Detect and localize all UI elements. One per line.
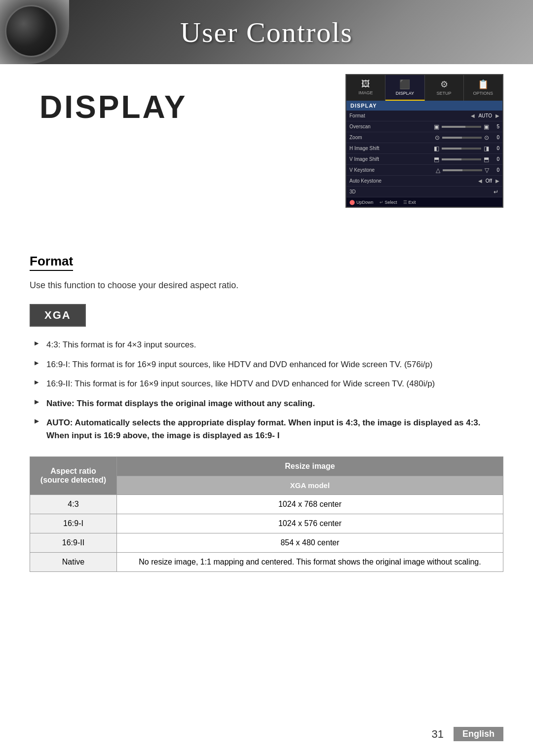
main-content: 🖼 IMAGE ⬛ DISPLAY ⚙ SETUP 📋 OPTIONS DISP…: [0, 64, 533, 587]
col2-header: Resize image: [116, 457, 503, 476]
bullet-item-169i: 16:9-I: This format is for 16×9 input so…: [35, 358, 503, 371]
resize-43: 1024 x 768 center: [116, 495, 503, 514]
arrow-right-icon: ▶: [495, 113, 499, 118]
vkeystone-icon-right: ▽: [485, 167, 489, 174]
resize-169i: 1024 x 576 center: [116, 514, 503, 533]
format-section: Format Use this function to choose your …: [30, 254, 503, 572]
zoom-value: 0: [492, 135, 499, 140]
format-description: Use this function to choose your desired…: [30, 279, 503, 292]
osd-control-vshift: ⬒ ⬒ 0: [399, 156, 499, 163]
zoom-icon-left: ⊙: [435, 134, 440, 141]
overscan-icon-left: ▣: [434, 123, 439, 130]
aspect-ratio-table: Aspect ratio(source detected) Resize ima…: [30, 456, 503, 572]
osd-row-3d: 3D ↵: [346, 187, 502, 197]
osd-row-vshift: V Image Shift ⬒ ⬒ 0: [346, 154, 502, 165]
vkeystone-icon-left: △: [436, 167, 440, 174]
osd-control-hshift: ◧ ◨ 0: [399, 145, 499, 152]
3d-enter-icon: ↵: [494, 189, 498, 195]
format-title: Format: [30, 254, 73, 271]
hshift-icon-right: ◨: [484, 145, 489, 152]
hshift-icon-left: ◧: [434, 145, 439, 152]
osd-row-hshift: H Image Shift ◧ ◨ 0: [346, 143, 502, 154]
osd-label-vkeystone: V Keystone: [349, 167, 399, 173]
vkeystone-slider: [443, 169, 482, 171]
page-title: User Controls: [180, 16, 353, 49]
osd-row-format: Format ◀ AUTO ▶: [346, 111, 502, 121]
osd-label-vshift: V Image Shift: [349, 156, 399, 162]
osd-control-vkeystone: △ ▽ 0: [399, 167, 499, 174]
osd-footer-updown-label: UpDown: [356, 200, 374, 205]
overscan-value: 5: [492, 124, 499, 129]
format-value: AUTO: [478, 113, 492, 118]
subheader-xga: XGA model: [116, 476, 503, 495]
osd-row-vkeystone: V Keystone △ ▽ 0: [346, 165, 502, 176]
osd-control-overscan: ▣ ▣ 5: [399, 123, 499, 130]
vshift-icon-right: ⬒: [484, 156, 489, 163]
col1-header: Aspect ratio(source detected): [30, 457, 117, 495]
table-row-native: Native No resize image, 1:1 mapping and …: [30, 553, 503, 572]
page-footer: 31 English: [432, 727, 504, 741]
osd-control-autokeystone: ◀ Off ▶: [399, 178, 499, 184]
hshift-slider: [442, 148, 481, 150]
autokeystone-arrow-right: ▶: [495, 178, 499, 184]
aspect-native: Native: [30, 553, 117, 572]
osd-label-hshift: H Image Shift: [349, 146, 399, 151]
language-badge: English: [454, 727, 503, 741]
vshift-slider: [442, 158, 481, 160]
lens-decoration: [0, 0, 69, 64]
options-tab-label: OPTIONS: [466, 91, 500, 96]
osd-label-3d: 3D: [349, 189, 399, 194]
osd-tab-setup[interactable]: ⚙ SETUP: [425, 75, 464, 101]
hshift-value: 0: [492, 146, 499, 151]
format-bullet-list: 4:3: This format is for 4×3 input source…: [30, 339, 503, 442]
osd-footer-select-label: Select: [385, 200, 397, 205]
display-tab-icon: ⬛: [387, 79, 422, 90]
updown-icon: ⬤: [349, 199, 355, 205]
osd-tab-image[interactable]: 🖼 IMAGE: [346, 75, 385, 101]
osd-tabs: 🖼 IMAGE ⬛ DISPLAY ⚙ SETUP 📋 OPTIONS: [346, 75, 502, 101]
osd-label-autokeystone: Auto Keystone: [349, 178, 399, 184]
overscan-icon-right: ▣: [484, 123, 489, 130]
image-tab-icon: 🖼: [348, 79, 383, 89]
vshift-value: 0: [492, 156, 499, 162]
osd-label-zoom: Zoom: [349, 135, 399, 140]
display-tab-label: DISPLAY: [387, 91, 422, 96]
select-icon: ↵: [380, 200, 383, 205]
overscan-slider: [442, 126, 481, 128]
page-header: User Controls: [0, 0, 533, 64]
autokeystone-value: Off: [486, 178, 492, 184]
setup-tab-icon: ⚙: [427, 79, 461, 90]
osd-row-zoom: Zoom ⊙ ⊙ 0: [346, 132, 502, 143]
options-tab-icon: 📋: [466, 79, 500, 90]
table-row-169i: 16:9-I 1024 x 576 center: [30, 514, 503, 533]
bullet-item-169ii: 16:9-II: This format is for 16×9 input s…: [35, 378, 503, 390]
resize-169ii: 854 x 480 center: [116, 533, 503, 553]
aspect-43: 4:3: [30, 495, 117, 514]
vkeystone-value: 0: [492, 167, 499, 173]
osd-footer-updown: ⬤ UpDown: [349, 199, 374, 205]
osd-row-autokeystone: Auto Keystone ◀ Off ▶: [346, 176, 502, 187]
bullet-item-43: 4:3: This format is for 4×3 input source…: [35, 339, 503, 351]
zoom-slider: [442, 137, 482, 139]
osd-footer-exit: ☰ Exit: [403, 199, 416, 205]
table-row-43: 4:3 1024 x 768 center: [30, 495, 503, 514]
arrow-left-icon: ◀: [471, 113, 475, 118]
resize-native: No resize image, 1:1 mapping and centere…: [116, 553, 503, 572]
osd-section-title: DISPLAY: [346, 101, 502, 111]
setup-tab-label: SETUP: [427, 91, 461, 96]
exit-icon: ☰: [403, 200, 407, 205]
table-row-169ii: 16:9-II 854 x 480 center: [30, 533, 503, 553]
image-tab-label: IMAGE: [348, 90, 383, 95]
page-number: 31: [432, 728, 444, 741]
bullet-item-auto: AUTO: Automatically selects the appropri…: [35, 416, 503, 442]
osd-footer-select: ↵ Select: [380, 199, 397, 205]
autokeystone-arrow-left: ◀: [478, 178, 482, 184]
osd-tab-display[interactable]: ⬛ DISPLAY: [385, 75, 424, 101]
osd-control-3d: ↵: [399, 189, 499, 195]
osd-label-overscan: Overscan: [349, 124, 399, 129]
osd-control-format: ◀ AUTO ▶: [399, 113, 499, 118]
bullet-item-native: Native: This format displays the origina…: [35, 397, 503, 410]
osd-footer: ⬤ UpDown ↵ Select ☰ Exit: [346, 197, 502, 207]
aspect-169i: 16:9-I: [30, 514, 117, 533]
osd-tab-options[interactable]: 📋 OPTIONS: [464, 75, 502, 101]
